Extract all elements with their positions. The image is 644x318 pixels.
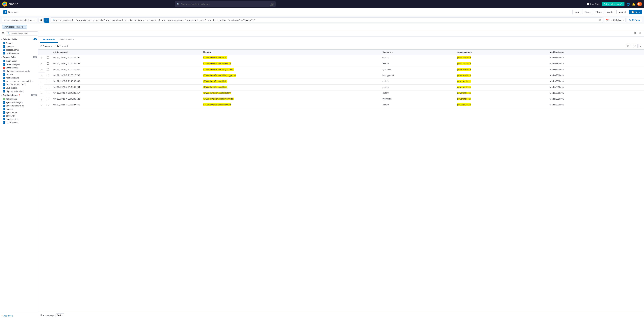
row-checkbox[interactable]: [47, 56, 49, 58]
app-switcher-button[interactable]: D Discover ▾: [2, 9, 20, 15]
row-checkbox-cell: [44, 73, 51, 78]
tab-field-statistics[interactable]: Field statistics: [58, 36, 77, 43]
popular-field-destip[interactable]: i destination.ip: [0, 66, 38, 69]
selected-fields-header[interactable]: ▾ Selected fields 4: [0, 37, 38, 41]
table-view-columns-button[interactable]: ⋮⋮: [631, 44, 638, 48]
table-row: ▷ Nov 12, 2023 @ 21:37:27.361 C:\Windows…: [38, 102, 644, 108]
popular-field-httpreqmethod[interactable]: k http.request.method: [0, 90, 38, 93]
row-checkbox[interactable]: [47, 80, 49, 82]
row-expand-button[interactable]: ▷: [40, 97, 42, 101]
row-checkbox[interactable]: [47, 104, 49, 106]
row-expand-button[interactable]: ▷: [40, 56, 42, 59]
popular-field-hosthostname2[interactable]: k host.hostname: [0, 76, 38, 79]
th-filename[interactable]: file.name ▾: [380, 50, 455, 55]
search-fields-input[interactable]: [11, 32, 36, 35]
row-checkbox[interactable]: [47, 98, 49, 100]
new-button[interactable]: New: [572, 10, 581, 14]
row-expand-button[interactable]: ▷: [40, 74, 42, 77]
th-timestamp[interactable]: ↓ @timestamp ℹ ▾: [51, 50, 201, 55]
avail-field-agentid[interactable]: k agent.id: [0, 107, 38, 111]
user-avatar[interactable]: CH: [637, 2, 642, 6]
row-expand-button[interactable]: ▷: [40, 62, 42, 65]
row-expand-button[interactable]: ▷: [40, 68, 42, 71]
row-filepath-cell: C:\Windows\Temp\exfil\History: [201, 61, 380, 67]
share-button[interactable]: Share: [594, 10, 604, 14]
date-range-picker[interactable]: 📅 Last 90 days ▾: [604, 18, 626, 22]
inspect-button[interactable]: Inspect: [616, 10, 628, 14]
th-hosthostname[interactable]: host.hostname ▾: [548, 50, 644, 55]
avail-field-agentbuildoriginal[interactable]: k agent.build.original: [0, 101, 38, 104]
row-filepath-cell: C:\Windows\Temp\exfil\sysinfo.txt: [201, 67, 380, 73]
sidebar-toolbar: ☰ 🔍 0: [0, 30, 38, 37]
avail-field-agentname[interactable]: k agent.name: [0, 111, 38, 114]
row-expand-button[interactable]: ▷: [40, 92, 42, 95]
row-process-cell: powershell.exe: [455, 102, 548, 108]
global-search-input[interactable]: [181, 3, 268, 5]
settings-icon-button[interactable]: ⚙: [633, 31, 637, 35]
field-type-icon-eventaction: k: [3, 60, 5, 62]
row-expand-button[interactable]: ▷: [40, 80, 42, 83]
query-input[interactable]: [56, 19, 598, 21]
popular-field-ppname[interactable]: k process.parent.name: [0, 83, 38, 86]
avail-field-timestamp[interactable]: t @timestamp: [0, 97, 38, 101]
elastic-logo[interactable]: elastic: [2, 1, 18, 7]
help-icon[interactable]: ❓: [18, 94, 20, 96]
popular-fields-header[interactable]: ▾ Popular fields 10: [0, 55, 38, 59]
popular-field-destport[interactable]: k destination.port: [0, 63, 38, 66]
row-checkbox[interactable]: [47, 62, 49, 65]
refresh-button[interactable]: ↻ Refresh: [627, 18, 642, 22]
row-checkbox[interactable]: [47, 92, 49, 94]
tab-documents[interactable]: Documents: [40, 36, 58, 43]
table-row: ▷ Nov 12, 2023 @ 21:43:03.063 C:\Windows…: [38, 78, 644, 84]
open-button[interactable]: Open: [582, 10, 592, 14]
selected-field-hosthostname[interactable]: k host.hostname: [0, 52, 38, 55]
field-name-agentname: agent.name: [6, 111, 17, 114]
avail-field-agenttype[interactable]: k agent.type: [0, 114, 38, 118]
add-filter-button[interactable]: +: [44, 18, 49, 23]
popular-field-httpstatus[interactable]: # http.response.status_code: [0, 69, 38, 73]
popular-fields-chevron-icon: ▾: [1, 56, 2, 58]
avail-field-agentephemeralid[interactable]: k agent.ephemeral_id: [0, 104, 38, 107]
table-view-grid-button[interactable]: ⊞: [626, 44, 630, 48]
index-pattern-selector[interactable]: .alerts-security.alerts-default,ap... ▾: [2, 18, 37, 22]
filter-options-button[interactable]: ⚙: [38, 18, 44, 23]
popular-field-eventaction[interactable]: k event.action: [0, 59, 38, 63]
row-checkbox[interactable]: [47, 86, 49, 88]
setup-guide-button[interactable]: Setup guide: step 1: [602, 2, 624, 6]
rows-per-page-selector[interactable]: 100 ▾: [56, 314, 64, 317]
columns-button[interactable]: ⊞ Columns: [40, 45, 52, 47]
row-expand-button[interactable]: ▷: [40, 86, 42, 89]
popular-field-urlpath[interactable]: k url.path: [0, 73, 38, 76]
sidebar-toggle-button[interactable]: ☰: [1, 31, 5, 36]
available-fields-header[interactable]: ▾ Available fields ❓ 2443: [0, 93, 38, 97]
global-search-bar[interactable]: 🔍 ⌘/: [175, 1, 276, 7]
row-expand-button[interactable]: ▷: [40, 103, 42, 106]
popular-field-urlext[interactable]: k url.extension: [0, 86, 38, 90]
sort-info: ↑ 1 field sorted: [54, 45, 68, 47]
th-processname[interactable]: process.name ▾: [455, 50, 548, 55]
selected-field-filename[interactable]: k file.name: [0, 45, 38, 48]
row-checkbox[interactable]: [47, 74, 49, 76]
alerts-button[interactable]: Alerts: [605, 10, 615, 14]
selected-field-processname[interactable]: k process.name: [0, 48, 38, 52]
query-clear-button[interactable]: ✕: [599, 18, 601, 22]
filter-tag-remove-0[interactable]: ✕: [24, 26, 26, 28]
display-options-button[interactable]: ⚛: [638, 31, 642, 35]
popular-field-ppcommandline[interactable]: k process.parent.command_line: [0, 79, 38, 83]
row-process-cell: powershell.exe: [455, 90, 548, 96]
field-name-eventaction: event.action: [6, 60, 17, 62]
live-chat-button[interactable]: 💬 Live Chat: [586, 3, 600, 5]
th-filepath[interactable]: file.path ▾: [201, 50, 380, 55]
add-field-button[interactable]: + Add a field: [0, 313, 38, 318]
selected-field-filepath[interactable]: k file.path: [0, 41, 38, 45]
index-pattern-label: .alerts-security.alerts-default,ap...: [4, 19, 34, 21]
avail-field-agentversion[interactable]: k agent.version: [0, 118, 38, 121]
earth-icon[interactable]: 🌐: [626, 2, 630, 6]
row-expand-cell: ▷: [38, 61, 44, 67]
save-icon: 💾: [632, 11, 634, 13]
row-checkbox[interactable]: [47, 68, 49, 70]
save-button[interactable]: 💾 Save: [629, 10, 642, 14]
table-view-list-button[interactable]: ≡: [638, 44, 642, 48]
bell-icon[interactable]: 🔔: [632, 2, 635, 6]
avail-field-clientaddress[interactable]: k client.address: [0, 121, 38, 124]
